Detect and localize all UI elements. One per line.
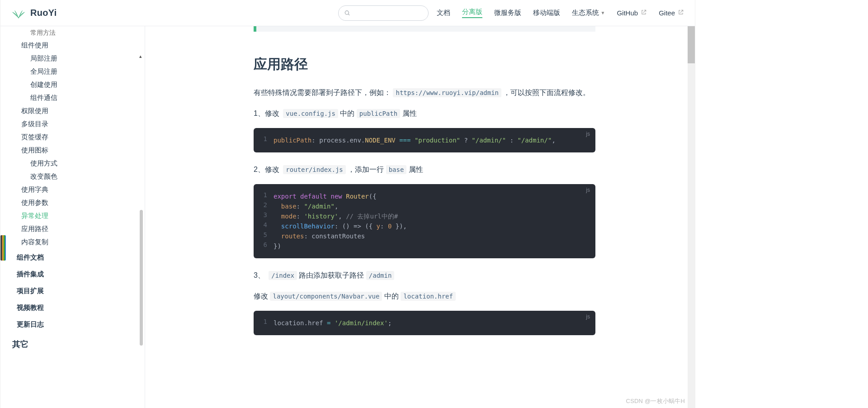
sidebar-item[interactable]: 组件通信 bbox=[0, 91, 145, 104]
body: 常用方法 组件使用 局部注册 全局注册 创建使用 组件通信 权限使用 多级目录 … bbox=[0, 26, 695, 408]
search-icon bbox=[344, 9, 350, 16]
code-block-1: js 1 publicPath: process.env.NODE_ENV ==… bbox=[254, 128, 595, 152]
sidebar-section-other: 其它 bbox=[0, 332, 145, 352]
modify-prefix: 修改 bbox=[254, 292, 270, 300]
lead-prefix: 有些特殊情况需要部署到子路径下，例如： bbox=[254, 89, 391, 96]
code-lang: js bbox=[586, 187, 590, 193]
sidebar-root[interactable]: 组件文档 bbox=[0, 249, 145, 266]
nav-docs[interactable]: 文档 bbox=[437, 9, 450, 17]
modify-file: layout/components/Navbar.vue bbox=[270, 292, 382, 301]
step2-file: router/index.js bbox=[283, 165, 345, 174]
modify-prop: location.href bbox=[401, 292, 456, 301]
svg-line-1 bbox=[348, 14, 349, 15]
chevron-down-icon: ▼ bbox=[601, 10, 605, 15]
sidebar-root[interactable]: 插件集成 bbox=[0, 266, 145, 282]
sidebar-item[interactable]: 使用参数 bbox=[0, 196, 145, 209]
nav-gitee-label: Gitee bbox=[659, 9, 675, 17]
sidebar-item[interactable]: 多级目录 bbox=[0, 118, 145, 131]
step2-prefix: 2、修改 bbox=[254, 166, 281, 173]
nav-separate[interactable]: 分离版 bbox=[462, 8, 482, 18]
sidebar-item-components[interactable]: 组件使用 bbox=[0, 39, 145, 52]
step3-mid: 路由添加获取子路径 bbox=[299, 271, 366, 279]
line-number: 1 bbox=[254, 135, 274, 145]
step2-prop: base bbox=[386, 165, 407, 174]
sidebar-item[interactable]: 页签缓存 bbox=[0, 131, 145, 144]
modify-line: 修改 layout/components/Navbar.vue 中的 locat… bbox=[254, 290, 595, 303]
sidebar-item[interactable]: 内容复制 bbox=[0, 236, 145, 249]
brand-text: RuoYi bbox=[30, 8, 57, 18]
step-2: 2、修改 router/index.js ，添加一行 base 属性 bbox=[254, 163, 595, 176]
step1-prop: publicPath bbox=[357, 109, 400, 118]
sidebar-item[interactable]: 改变颜色 bbox=[0, 170, 145, 183]
sidebar-item-active[interactable]: 异常处理 bbox=[0, 209, 145, 223]
step1-mid: 中的 bbox=[340, 109, 356, 117]
sidebar-item[interactable]: 创建使用 bbox=[0, 78, 145, 91]
step1-suffix: 属性 bbox=[402, 109, 417, 117]
sidebar-item-truncated[interactable]: 常用方法 bbox=[0, 28, 145, 39]
app-root: RuoYi 文档 分离版 微服务版 移动端版 生态系统 ▼ GitHub Git… bbox=[0, 0, 695, 408]
logo[interactable]: RuoYi bbox=[11, 6, 57, 20]
tip-block-remnant bbox=[254, 26, 595, 32]
sidebar-item[interactable]: 使用图标 bbox=[0, 144, 145, 157]
step2-suffix: 属性 bbox=[409, 166, 423, 173]
nav-ecosystem[interactable]: 生态系统 ▼ bbox=[572, 9, 605, 17]
code-block-3: js 1location.href = '/admin/index'; bbox=[254, 311, 595, 335]
content-inner: 应用路径 有些特殊情况需要部署到子路径下，例如： https://www.ruo… bbox=[254, 26, 595, 335]
code-line: 1 publicPath: process.env.NODE_ENV === "… bbox=[254, 135, 587, 145]
sidebar-root[interactable]: 项目扩展 bbox=[0, 282, 145, 299]
sidebar-root[interactable]: 视频教程 bbox=[0, 299, 145, 316]
code-block-2: js 1export default new Router({ 2 base: … bbox=[254, 184, 595, 258]
plant-icon bbox=[11, 6, 26, 20]
step-3: 3、 /index 路由添加获取子路径 /admin bbox=[254, 269, 595, 282]
code-lang: js bbox=[586, 131, 590, 137]
sidebar-item[interactable]: 权限使用 bbox=[0, 104, 145, 118]
step2-mid: ，添加一行 bbox=[348, 166, 386, 173]
nav-gitee[interactable]: Gitee bbox=[659, 9, 684, 17]
modify-mid: 中的 bbox=[384, 292, 401, 300]
sidebar-item[interactable]: 应用路径 bbox=[0, 223, 145, 236]
nav-links: 文档 分离版 微服务版 移动端版 生态系统 ▼ GitHub Gitee bbox=[437, 8, 684, 18]
step3-prefix: 3、 bbox=[254, 271, 267, 279]
nav-github-label: GitHub bbox=[617, 9, 638, 17]
nav-github[interactable]: GitHub bbox=[617, 9, 647, 17]
step3-index: /index bbox=[269, 271, 297, 280]
nav-mobile[interactable]: 移动端版 bbox=[533, 9, 560, 17]
step-1: 1、修改 vue.config.js 中的 publicPath 属性 bbox=[254, 107, 595, 120]
external-link-icon bbox=[640, 9, 647, 17]
sidebar-item[interactable]: 局部注册 bbox=[0, 52, 145, 65]
scroll-up-icon[interactable]: ▴ bbox=[139, 53, 142, 59]
page-scrollbar[interactable] bbox=[688, 0, 695, 408]
lead-url-chip: https://www.ruoyi.vip/admin bbox=[393, 88, 501, 97]
external-link-icon bbox=[677, 9, 684, 17]
search-input[interactable] bbox=[350, 9, 422, 17]
step3-admin: /admin bbox=[366, 271, 395, 280]
sidebar-item[interactable]: 使用方式 bbox=[0, 157, 145, 170]
step1-file: vue.config.js bbox=[283, 109, 338, 118]
side-widget-icon[interactable] bbox=[0, 235, 6, 261]
nav-ecosystem-label: 生态系统 bbox=[572, 9, 599, 17]
scrollbar-thumb[interactable] bbox=[140, 210, 143, 346]
sidebar: 常用方法 组件使用 局部注册 全局注册 创建使用 组件通信 权限使用 多级目录 … bbox=[0, 26, 145, 408]
svg-point-0 bbox=[345, 11, 349, 14]
sidebar-item[interactable]: 全局注册 bbox=[0, 65, 145, 78]
content: 应用路径 有些特殊情况需要部署到子路径下，例如： https://www.ruo… bbox=[145, 26, 695, 408]
search-box[interactable] bbox=[338, 5, 429, 21]
code-lang: js bbox=[586, 313, 590, 320]
sidebar-item[interactable]: 使用字典 bbox=[0, 183, 145, 196]
sidebar-root[interactable]: 更新日志 bbox=[0, 316, 145, 332]
header: RuoYi 文档 分离版 微服务版 移动端版 生态系统 ▼ GitHub Git… bbox=[0, 0, 695, 26]
watermark: CSDN @一枚小蜗牛H bbox=[626, 397, 685, 405]
page-title: 应用路径 bbox=[254, 55, 595, 74]
step1-prefix: 1、修改 bbox=[254, 109, 281, 117]
nav-cloud[interactable]: 微服务版 bbox=[494, 9, 521, 17]
sidebar-scrollbar[interactable]: ▴ bbox=[140, 53, 143, 408]
lead-paragraph: 有些特殊情况需要部署到子路径下，例如： https://www.ruoyi.vi… bbox=[254, 86, 595, 99]
lead-suffix: ，可以按照下面流程修改。 bbox=[503, 89, 590, 96]
